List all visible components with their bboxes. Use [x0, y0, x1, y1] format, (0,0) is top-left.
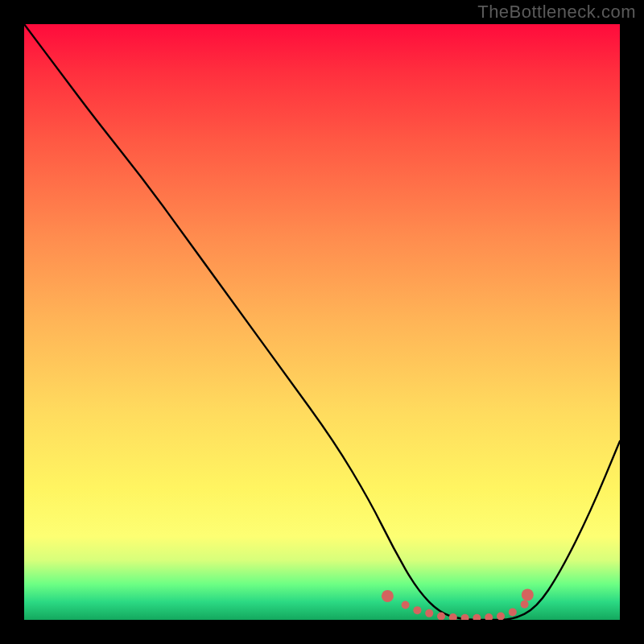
valley-dot: [509, 608, 517, 616]
valley-dot: [522, 588, 534, 601]
watermark-text: TheBottleneck.com: [477, 2, 636, 23]
bottleneck-curve: [24, 24, 620, 620]
valley-dot: [485, 613, 493, 620]
valley-dot: [473, 614, 481, 620]
plot-area: [24, 24, 620, 620]
curve-svg: [24, 24, 620, 620]
valley-dot: [402, 601, 410, 609]
valley-dot: [425, 609, 433, 617]
valley-dot: [497, 613, 505, 620]
valley-dot: [413, 606, 421, 614]
valley-dot: [461, 614, 469, 620]
chart-container: TheBottleneck.com: [0, 0, 644, 644]
valley-dot: [521, 601, 529, 609]
valley-dot: [449, 613, 457, 620]
valley-dots: [382, 588, 534, 620]
valley-dot: [382, 590, 394, 602]
